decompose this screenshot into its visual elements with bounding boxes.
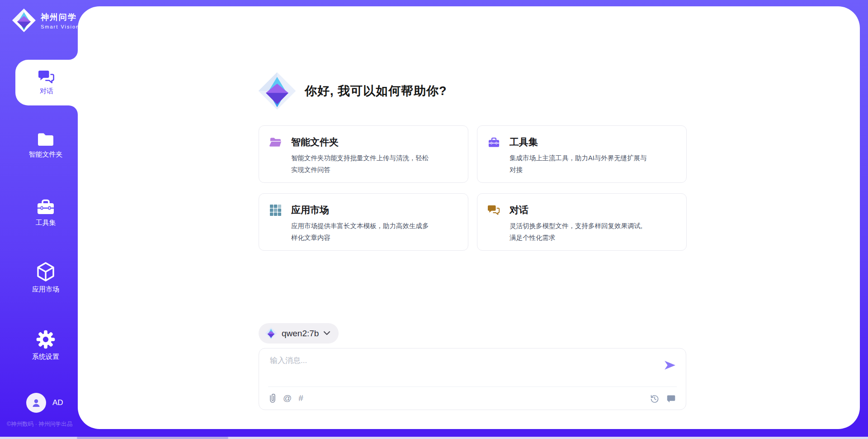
chat-input-box: @ # [259, 348, 686, 410]
user-avatar-icon [31, 397, 42, 408]
brand-subtitle: Smart Vision [41, 24, 80, 29]
user-avatar [26, 393, 46, 413]
comment-button[interactable] [666, 394, 676, 403]
card-toolset[interactable]: 工具集 集成市场上主流工具，助力AI与外界无缝扩展与对接 [477, 125, 687, 183]
tab-fillet-bottom [69, 105, 78, 115]
at-icon: @ [283, 394, 292, 403]
model-diamond-icon [265, 327, 277, 339]
diamond-logo-icon [258, 72, 297, 110]
feature-cards: 智能文件夹 智能文件夹功能支持批量文件上传与清洗，轻松实现文件问答 工具集 集成… [259, 125, 687, 251]
user-account[interactable]: AD [26, 393, 63, 413]
attach-button[interactable] [269, 393, 276, 403]
input-tools-left: @ # [269, 393, 303, 403]
user-initials: AD [52, 398, 63, 407]
card-title: 工具集 [509, 135, 651, 149]
card-chat[interactable]: 对话 灵活切换多模型文件，支持多样回复效果调试, 满足个性化需求 [477, 193, 687, 251]
input-divider [268, 387, 677, 387]
paperclip-icon [269, 393, 276, 403]
greeting-text: 你好, 我可以如何帮助你? [305, 83, 447, 99]
greeting: 你好, 我可以如何帮助你? [258, 72, 447, 110]
card-smart-folder[interactable]: 智能文件夹 智能文件夹功能支持批量文件上传与清洗，轻松实现文件问答 [259, 125, 468, 183]
copyright-text: ©神州数码 · 神州问学出品 [7, 420, 72, 428]
cube-icon [37, 262, 55, 282]
card-title: 对话 [509, 203, 651, 217]
model-name: qwen2:7b [282, 329, 319, 339]
card-description: 灵活切换多模型文件，支持多样回复效果调试, 满足个性化需求 [509, 220, 651, 243]
sidebar-item-smart-folder[interactable]: 智能文件夹 [14, 132, 78, 159]
send-icon[interactable] [664, 360, 676, 370]
hash-icon: # [298, 394, 303, 403]
card-description: 应用市场提供丰富长文本模板，助力高效生成多样化文章内容 [291, 220, 432, 243]
hashtag-button[interactable]: # [298, 394, 303, 403]
chat-bubble-icon [488, 204, 500, 216]
brand-logo[interactable]: 神州问学 Smart Vision [12, 8, 80, 33]
sidebar-item-label: 工具集 [36, 219, 56, 227]
mention-button[interactable]: @ [283, 394, 292, 403]
folder-open-icon [269, 136, 282, 148]
sidebar-item-app-market[interactable]: 应用市场 [14, 262, 78, 294]
sidebar-item-label: 应用市场 [32, 285, 59, 294]
input-tools-right [650, 394, 676, 403]
sidebar-item-label: 对话 [40, 87, 53, 95]
message-input[interactable] [270, 355, 650, 382]
folder-icon [37, 132, 55, 147]
history-icon [650, 394, 659, 403]
gear-icon [36, 329, 56, 349]
horizontal-scrollbar[interactable] [0, 437, 868, 439]
card-title: 应用市场 [291, 203, 432, 217]
card-description: 集成市场上主流工具，助力AI与外界无缝扩展与对接 [509, 152, 651, 176]
sidebar-item-label: 智能文件夹 [29, 150, 63, 159]
brand-name: 神州问学 [41, 12, 80, 23]
tab-fillet-top [69, 51, 78, 60]
briefcase-icon [36, 198, 55, 215]
horizontal-scrollbar-thumb[interactable] [77, 437, 228, 439]
comment-icon [666, 394, 676, 403]
sidebar-item-label: 系统设置 [32, 353, 59, 361]
brand-diamond-icon [12, 8, 36, 33]
card-app-market[interactable]: 应用市场 应用市场提供丰富长文本模板，助力高效生成多样化文章内容 [259, 193, 468, 251]
chevron-down-icon [323, 331, 330, 336]
chat-icon [38, 70, 55, 84]
sidebar-item-chat[interactable]: 对话 [15, 60, 78, 105]
card-title: 智能文件夹 [291, 135, 432, 149]
sidebar-item-settings[interactable]: 系统设置 [14, 329, 78, 361]
model-selector[interactable]: qwen2:7b [259, 323, 339, 344]
history-button[interactable] [650, 394, 659, 403]
card-description: 智能文件夹功能支持批量文件上传与清洗，轻松实现文件问答 [291, 152, 432, 176]
sidebar-item-toolset[interactable]: 工具集 [14, 198, 78, 227]
grid-icon [269, 204, 282, 216]
briefcase-icon [488, 136, 500, 148]
